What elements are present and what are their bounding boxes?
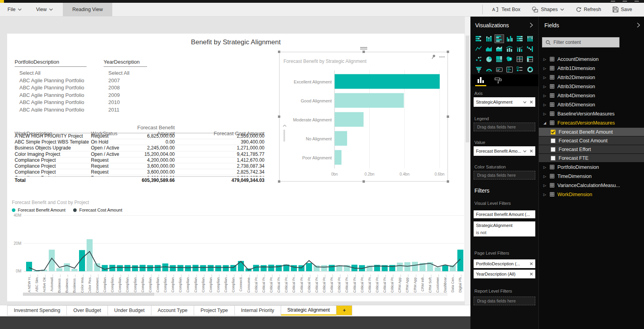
slicer-item[interactable]: 2011 (104, 106, 147, 113)
text-box-button[interactable]: A Text Box (487, 6, 526, 13)
add-page-tab-button[interactable]: + (336, 305, 352, 316)
viz-icon-matrix[interactable] (526, 55, 534, 63)
visual-filter-card[interactable]: StrategicAlignmentis not (474, 221, 535, 236)
table-row[interactable]: Compliance ProjectRequest3,600,000.002,8… (15, 169, 264, 175)
legend-item[interactable]: Forecast Cost Amount (73, 208, 122, 212)
table-row[interactable]: A NEW HIGH PRIORITY ProjectRequest6,825,… (15, 133, 264, 139)
fields-measure-forecast-benefit-amount[interactable]: Forecast Benefit Amount (539, 128, 644, 136)
viz-icon-line-stacked-column-chart[interactable] (505, 45, 514, 53)
close-icon[interactable] (635, 1, 639, 2)
slicer-item[interactable]: Select All (15, 69, 87, 77)
remove-filter-icon[interactable] (530, 272, 533, 276)
viz-icon-filled-map[interactable] (505, 55, 514, 63)
fields-item-attrib5dimension[interactable]: ▷Attrib5Dimension (539, 100, 644, 109)
expand-icon[interactable]: ▷ (543, 85, 547, 89)
viz-icon-stacked-area-chart[interactable] (495, 45, 504, 53)
collapse-panel-icon[interactable] (530, 23, 533, 28)
table-row[interactable]: Color Imaging ProjectOpen / Active15,200… (15, 151, 264, 157)
table-row[interactable]: Compliance ProjectRequest4,200,000.001,4… (15, 157, 264, 163)
fields-search-input[interactable]: Filter content (542, 37, 619, 47)
page-tab-strategic-alignment[interactable]: Strategic Alignment (281, 305, 337, 316)
fields-item-attrib3dimension[interactable]: ▷Attrib3Dimension (539, 82, 644, 91)
viz-icon-area-chart[interactable] (485, 45, 493, 53)
reading-view-button[interactable]: Reading View (63, 3, 112, 16)
viz-icon-multi-row-card[interactable] (505, 66, 514, 74)
expand-icon[interactable]: ▷ (543, 174, 547, 178)
viz-icon-clustered-column-chart[interactable] (505, 35, 514, 43)
collapse-icon[interactable]: ◢ (543, 121, 547, 125)
page-tab-investment-spending[interactable]: Investment Spending (7, 305, 67, 316)
drag-grip-icon[interactable] (360, 47, 367, 51)
page-tab-account-type[interactable]: Account Type (151, 305, 195, 316)
resize-handle[interactable] (278, 180, 280, 183)
scrollbar-thumb[interactable] (23, 293, 154, 296)
table-row[interactable]: Compliance ProjectRequest3,600,000.002,7… (15, 163, 264, 169)
fields-item-timedimension[interactable]: ▷TimeDimension (539, 172, 644, 181)
page-tab-internal-priority[interactable]: Internal Priority (235, 305, 281, 316)
viz-icon-card[interactable] (495, 66, 504, 74)
minimize-icon[interactable] (611, 1, 615, 2)
slicer-item[interactable]: 2009 (104, 91, 147, 99)
table-row[interactable]: ABC Simple Project WBS TemplateOn Hold0.… (15, 139, 264, 145)
resize-handle[interactable] (278, 51, 280, 53)
slicer-item[interactable]: ABC Agile Planning Portfolio (15, 106, 87, 112)
fields-item-portfoliodimension[interactable]: ▷PortfolioDimension (539, 163, 644, 172)
fields-measure-forecast-cost-amount[interactable]: Forecast Cost Amount (539, 136, 644, 145)
remove-field-icon[interactable] (530, 149, 533, 153)
expand-icon[interactable]: ▷ (543, 94, 547, 98)
expand-icon[interactable]: ▷ (543, 183, 547, 187)
axis-field-well[interactable]: StrategicAlignment (474, 97, 535, 107)
table-row[interactable]: Compliance ProjectRequest3,600,000.002,5… (15, 175, 264, 176)
value-field-well[interactable]: Forecast Benefit Amo... (474, 146, 535, 156)
remove-field-icon[interactable] (530, 100, 533, 104)
resize-handle[interactable] (447, 115, 449, 118)
resize-handle[interactable] (363, 51, 365, 53)
viz-icon-clustered-bar-chart[interactable] (495, 35, 504, 43)
color-saturation-drop-zone[interactable]: Drag data fields here (474, 171, 535, 180)
viz-icon-funnel[interactable] (474, 66, 483, 74)
viz-icon-waterfall-chart[interactable] (526, 45, 534, 53)
slicer-item[interactable]: 2008 (104, 84, 147, 91)
page-tab-over-budget[interactable]: Over Budget (67, 305, 108, 316)
expand-icon[interactable]: ▷ (543, 57, 547, 61)
resize-handle[interactable] (447, 51, 449, 53)
visual-filter-card[interactable]: Forecast Benefit Amount (... (474, 210, 535, 218)
collapse-panel-icon[interactable] (637, 23, 640, 28)
bar-chart-visual[interactable]: Forecast Benefit by Strategic Alignment … (279, 52, 448, 182)
viz-icon-gauge[interactable] (485, 66, 493, 74)
resize-handle[interactable] (363, 180, 365, 183)
file-menu-button[interactable]: File (3, 3, 26, 16)
slicer-item[interactable]: ABC Agile Planning Portfolio (15, 91, 87, 99)
expand-icon[interactable]: ▷ (543, 66, 547, 70)
fields-measure-forecast-effort[interactable]: Forecast Effort (539, 145, 644, 153)
fields-item-baselineversionmeasures[interactable]: ▷BaselineVersionMeasures (539, 109, 644, 118)
expand-icon[interactable]: ▷ (543, 103, 547, 107)
combo-chart[interactable]: 40M20M0MA NEW H...ABC Sim...Active Dir..… (11, 212, 468, 296)
scrollbar-thumb[interactable] (466, 36, 469, 142)
fields-item-attrib2dimension[interactable]: ▷Attrib2Dimension (539, 73, 644, 82)
fields-item-attrib1dimension[interactable]: ▷Attrib1Dimension (539, 64, 644, 73)
checkbox-checked-icon[interactable] (551, 130, 555, 134)
view-menu-button[interactable]: View (32, 3, 57, 16)
refresh-button[interactable]: Refresh (570, 6, 607, 13)
legend-item[interactable]: Forecast Benefit Amount (12, 208, 65, 212)
viz-icon-table[interactable] (516, 55, 524, 63)
slicer-item[interactable]: ABC Agile Planning Portfolio (15, 77, 87, 84)
checkbox-icon[interactable] (551, 156, 555, 161)
viz-icon-line-clustered-column-chart[interactable] (516, 45, 524, 53)
expand-icon[interactable]: ▷ (543, 193, 547, 197)
fields-item-forecastversionmeasures[interactable]: ◢ForecastVersionMeasures (539, 118, 644, 127)
remove-filter-icon[interactable] (530, 262, 533, 265)
resize-handle[interactable] (447, 180, 449, 183)
report-filter-drop-zone[interactable]: Drag data fields here (474, 297, 535, 305)
slicer-item[interactable]: 2010 (104, 98, 147, 106)
expand-icon[interactable]: ▷ (543, 165, 547, 169)
checkbox-icon[interactable] (551, 147, 555, 152)
fields-item-variancecalculationmeasu-[interactable]: ▷VarianceCalculationMeasu... (539, 181, 644, 190)
table-row[interactable]: Business Objects UpgradeOpen / Active2,2… (15, 145, 264, 151)
shapes-button[interactable]: Shapes (526, 6, 569, 13)
viz-icon-stacked-bar-chart[interactable] (474, 35, 483, 43)
resize-handle[interactable] (278, 115, 280, 118)
legend-drop-zone[interactable]: Drag data fields here (474, 123, 535, 131)
bar-chart[interactable]: 0bn0.2bn0.4bn0.6bnExcellent AlignmentGoo… (282, 67, 446, 180)
